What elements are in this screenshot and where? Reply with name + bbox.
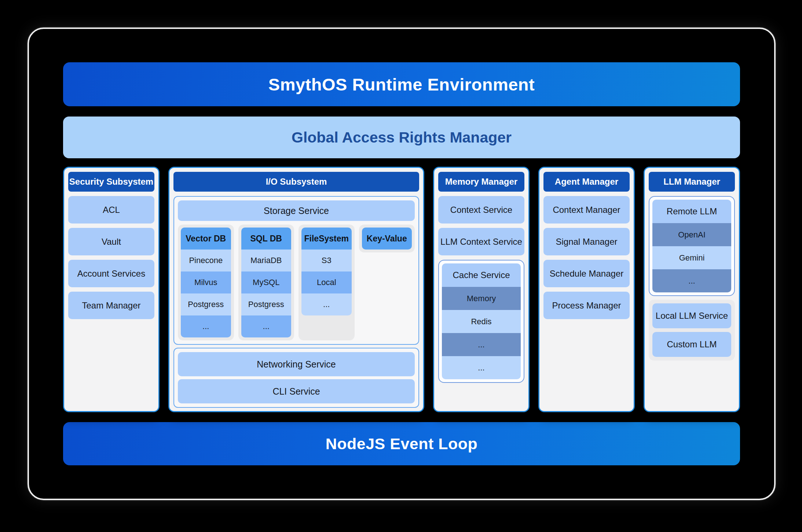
key-value-stack: Key-Value bbox=[362, 228, 412, 250]
filesystem-row: ... bbox=[301, 293, 352, 315]
cache-service-header: Cache Service bbox=[442, 263, 521, 287]
filesystem-row: Local bbox=[301, 271, 352, 293]
vector-db-row: Milvus bbox=[181, 271, 231, 293]
local-llm-service-item: Local LLM Service bbox=[652, 303, 731, 328]
filesystem-group: FileSystem S3 Local ... bbox=[299, 225, 355, 340]
sql-db-row: Postgress bbox=[241, 293, 292, 315]
remote-llm-panel: Remote LLM OpenAI Gemini ... bbox=[649, 196, 735, 296]
cache-service-stack: Cache Service Memory Redis ... ... bbox=[442, 263, 521, 379]
agent-column-header: Agent Manager bbox=[543, 172, 630, 192]
vector-db-stack: Vector DB Pinecone Milvus Postgress ... bbox=[181, 228, 231, 337]
sql-db-stack: SQL DB MariaDB MySQL Postgress ... bbox=[241, 228, 292, 337]
security-column-header: Security Subsystem bbox=[68, 172, 154, 192]
remote-llm-row: Gemini bbox=[652, 246, 731, 269]
local-llm-panel: Local LLM Service Custom LLM bbox=[649, 300, 735, 361]
cache-service-panel: Cache Service Memory Redis ... ... bbox=[438, 260, 524, 383]
diagram-canvas: SmythOS Runtime Environment Global Acces… bbox=[0, 0, 802, 532]
remote-llm-row: ... bbox=[652, 269, 731, 292]
security-item-acl: ACL bbox=[68, 196, 154, 223]
vector-db-header: Vector DB bbox=[181, 228, 231, 250]
llm-manager-column: LLM Manager Remote LLM OpenAI Gemini ...… bbox=[644, 167, 740, 412]
filesystem-stack: FileSystem S3 Local ... bbox=[301, 228, 352, 315]
memory-manager-column: Memory Manager Context Service LLM Conte… bbox=[433, 167, 530, 412]
security-item-vault: Vault bbox=[68, 228, 154, 255]
runtime-environment-frame: SmythOS Runtime Environment Global Acces… bbox=[28, 27, 776, 500]
remote-llm-row: OpenAI bbox=[652, 223, 731, 246]
io-column-header: I/O Subsystem bbox=[173, 172, 419, 192]
cache-row: ... bbox=[442, 333, 521, 356]
cache-row: Redis bbox=[442, 310, 521, 333]
cli-service-bar: CLI Service bbox=[178, 379, 415, 403]
global-access-rights-title: Global Access Rights Manager bbox=[292, 129, 512, 146]
filesystem-header: FileSystem bbox=[301, 228, 352, 250]
remote-llm-header: Remote LLM bbox=[652, 200, 731, 223]
storage-service-panel: Storage Service Vector DB Pinecone Milvu… bbox=[173, 196, 419, 345]
vector-db-row: Postgress bbox=[181, 293, 231, 315]
networking-service-bar: Networking Service bbox=[178, 352, 415, 376]
memory-column-header: Memory Manager bbox=[438, 172, 524, 192]
global-access-rights-banner: Global Access Rights Manager bbox=[63, 117, 740, 158]
storage-service-bar: Storage Service bbox=[178, 200, 415, 221]
sql-db-row: ... bbox=[241, 315, 292, 337]
remote-llm-stack: Remote LLM OpenAI Gemini ... bbox=[652, 200, 731, 292]
runtime-environment-title: SmythOS Runtime Environment bbox=[268, 74, 535, 95]
storage-groups: Vector DB Pinecone Milvus Postgress ... … bbox=[178, 225, 415, 340]
network-services-panel: Networking Service CLI Service bbox=[173, 348, 419, 408]
memory-item-context-service: Context Service bbox=[438, 196, 524, 223]
subsystem-columns: Security Subsystem ACL Vault Account Ser… bbox=[63, 167, 740, 412]
llm-column-header: LLM Manager bbox=[649, 172, 735, 192]
agent-item-signal-manager: Signal Manager bbox=[543, 228, 630, 255]
vector-db-row: Pinecone bbox=[181, 250, 231, 271]
security-item-account-services: Account Services bbox=[68, 260, 154, 287]
cache-row: Memory bbox=[442, 287, 521, 310]
sql-db-row: MySQL bbox=[241, 271, 292, 293]
nodejs-event-loop-title: NodeJS Event Loop bbox=[326, 435, 478, 453]
agent-item-context-manager: Context Manager bbox=[543, 196, 630, 223]
agent-item-process-manager: Process Manager bbox=[543, 292, 630, 319]
agent-manager-column: Agent Manager Context Manager Signal Man… bbox=[538, 167, 635, 412]
key-value-group: Key-Value bbox=[359, 225, 415, 252]
io-subsystem-column: I/O Subsystem Storage Service Vector DB … bbox=[168, 167, 424, 412]
key-value-header: Key-Value bbox=[362, 228, 412, 250]
sql-db-row: MariaDB bbox=[241, 250, 292, 271]
custom-llm-item: Custom LLM bbox=[652, 332, 731, 357]
vector-db-row: ... bbox=[181, 315, 231, 337]
vector-db-group: Vector DB Pinecone Milvus Postgress ... bbox=[178, 225, 234, 340]
sql-db-header: SQL DB bbox=[241, 228, 292, 250]
security-subsystem-column: Security Subsystem ACL Vault Account Ser… bbox=[63, 167, 160, 412]
runtime-environment-banner: SmythOS Runtime Environment bbox=[63, 62, 740, 106]
security-item-team-manager: Team Manager bbox=[68, 292, 154, 319]
memory-item-llm-context-service: LLM Context Service bbox=[438, 228, 524, 255]
nodejs-event-loop-banner: NodeJS Event Loop bbox=[63, 422, 740, 465]
filesystem-row: S3 bbox=[301, 250, 352, 271]
sql-db-group: SQL DB MariaDB MySQL Postgress ... bbox=[238, 225, 294, 340]
cache-row: ... bbox=[442, 356, 521, 379]
agent-item-schedule-manager: Schedule Manager bbox=[543, 260, 630, 287]
